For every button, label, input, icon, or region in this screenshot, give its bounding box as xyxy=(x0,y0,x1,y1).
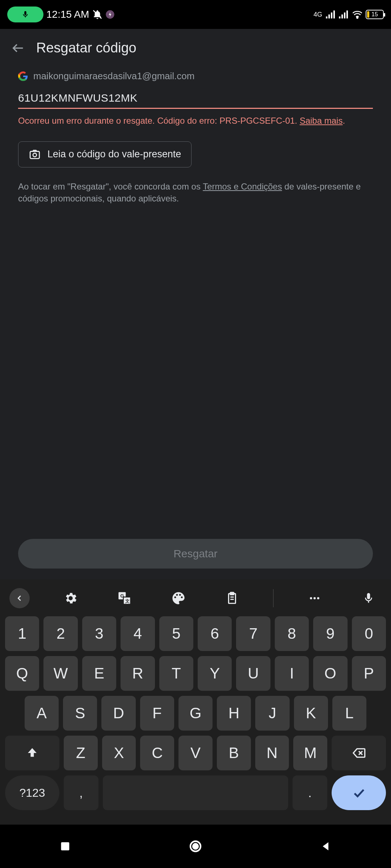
kb-clipboard-button[interactable] xyxy=(219,585,245,611)
terms-link[interactable]: Termos e Condições xyxy=(203,182,282,191)
key-shift[interactable] xyxy=(5,736,59,770)
signal-icon xyxy=(339,10,349,18)
svg-point-13 xyxy=(33,153,37,157)
kb-translate-button[interactable]: G文 xyxy=(112,585,138,611)
key-u[interactable]: U xyxy=(236,656,270,691)
kb-theme-button[interactable] xyxy=(165,585,192,611)
key-v[interactable]: V xyxy=(178,736,213,770)
key-backspace[interactable] xyxy=(332,736,386,770)
kb-row-numbers: 1 2 3 4 5 6 7 8 9 0 xyxy=(5,616,386,651)
key-8[interactable]: 8 xyxy=(275,616,309,651)
svg-rect-12 xyxy=(30,151,39,158)
key-g[interactable]: G xyxy=(178,696,213,731)
kb-more-button[interactable] xyxy=(302,585,328,611)
svg-point-10 xyxy=(357,17,358,18)
terms-text: Ao tocar em "Resgatar", você concorda co… xyxy=(18,180,373,205)
app-bar: Resgatar código xyxy=(0,29,391,67)
key-j[interactable]: J xyxy=(255,696,289,731)
key-3[interactable]: 3 xyxy=(82,616,116,651)
mic-active-pill xyxy=(7,7,43,22)
kb-row-1: Q W E R T Y U I O P xyxy=(5,656,386,691)
key-k[interactable]: K xyxy=(294,696,328,731)
account-email: maikonguimaraesdasilva1@gmail.com xyxy=(33,71,194,82)
key-space[interactable] xyxy=(103,775,288,810)
battery-indicator: 15 xyxy=(366,10,384,19)
nav-recents-button[interactable] xyxy=(54,835,76,857)
triangle-left-icon xyxy=(320,840,332,852)
status-bar: 12:15 AM 4G 15 xyxy=(0,0,391,29)
key-i[interactable]: I xyxy=(275,656,309,691)
microphone-icon xyxy=(21,10,29,18)
shift-icon xyxy=(26,746,39,760)
key-y[interactable]: Y xyxy=(198,656,232,691)
gear-icon xyxy=(63,591,78,605)
svg-rect-7 xyxy=(341,14,343,18)
key-b[interactable]: B xyxy=(217,736,251,770)
key-x[interactable]: X xyxy=(102,736,136,770)
arrow-left-icon xyxy=(11,41,25,55)
key-0[interactable]: 0 xyxy=(352,616,386,651)
scan-gift-card-button[interactable]: Leia o código do vale-presente xyxy=(18,141,192,167)
key-1[interactable]: 1 xyxy=(5,616,39,651)
key-t[interactable]: T xyxy=(159,656,193,691)
key-p[interactable]: P xyxy=(352,656,386,691)
svg-rect-4 xyxy=(331,13,332,19)
network-label: 4G xyxy=(314,11,322,18)
key-7[interactable]: 7 xyxy=(236,616,270,651)
kb-settings-button[interactable] xyxy=(58,585,84,611)
svg-text:文: 文 xyxy=(125,599,129,603)
learn-more-link[interactable]: Saiba mais xyxy=(300,116,343,125)
key-enter[interactable] xyxy=(332,775,386,810)
square-icon xyxy=(59,840,71,852)
svg-rect-19 xyxy=(231,592,234,595)
key-q[interactable]: Q xyxy=(5,656,39,691)
error-message: Ocorreu um erro durante o resgate. Códig… xyxy=(18,115,373,127)
nav-home-button[interactable] xyxy=(185,835,206,857)
svg-rect-9 xyxy=(346,10,348,18)
key-6[interactable]: 6 xyxy=(198,616,232,651)
key-c[interactable]: C xyxy=(140,736,174,770)
key-4[interactable]: 4 xyxy=(121,616,155,651)
wifi-icon xyxy=(352,10,363,19)
key-5[interactable]: 5 xyxy=(159,616,193,651)
redeem-button[interactable]: Resgatar xyxy=(18,539,373,569)
dots-icon xyxy=(308,592,321,604)
key-z[interactable]: Z xyxy=(64,736,98,770)
back-button[interactable] xyxy=(11,41,25,55)
kb-voice-button[interactable] xyxy=(356,585,382,611)
kb-collapse-button[interactable] xyxy=(9,588,30,608)
microphone-icon xyxy=(362,592,375,604)
key-f[interactable]: F xyxy=(140,696,174,731)
backspace-icon xyxy=(352,746,366,760)
svg-rect-5 xyxy=(333,10,335,18)
key-h[interactable]: H xyxy=(217,696,251,731)
key-period[interactable]: . xyxy=(293,775,327,810)
google-logo-icon xyxy=(18,71,28,81)
code-input[interactable] xyxy=(18,90,373,109)
nav-back-button[interactable] xyxy=(315,835,337,857)
kb-row-4: ?123 , . xyxy=(5,775,386,810)
key-s[interactable]: S xyxy=(63,696,97,731)
kb-separator xyxy=(273,589,274,607)
key-9[interactable]: 9 xyxy=(313,616,347,651)
key-comma[interactable]: , xyxy=(64,775,98,810)
key-n[interactable]: N xyxy=(255,736,289,770)
content-area: maikonguimaraesdasilva1@gmail.com Ocorre… xyxy=(0,67,391,539)
key-w[interactable]: W xyxy=(43,656,77,691)
scan-button-label: Leia o código do vale-presente xyxy=(47,149,181,160)
svg-point-29 xyxy=(193,844,198,849)
key-l[interactable]: L xyxy=(332,696,366,731)
key-r[interactable]: R xyxy=(121,656,155,691)
key-d[interactable]: D xyxy=(101,696,135,731)
key-e[interactable]: E xyxy=(82,656,116,691)
svg-rect-2 xyxy=(326,17,327,19)
key-symbols[interactable]: ?123 xyxy=(5,775,59,810)
key-a[interactable]: A xyxy=(25,696,59,731)
keyboard: G文 1 2 3 4 5 6 7 xyxy=(0,579,391,825)
account-row: maikonguimaraesdasilva1@gmail.com xyxy=(18,71,373,82)
key-2[interactable]: 2 xyxy=(43,616,77,651)
key-o[interactable]: O xyxy=(313,656,347,691)
key-m[interactable]: M xyxy=(293,736,327,770)
storm-icon xyxy=(105,9,115,20)
translate-icon: G文 xyxy=(117,591,132,605)
